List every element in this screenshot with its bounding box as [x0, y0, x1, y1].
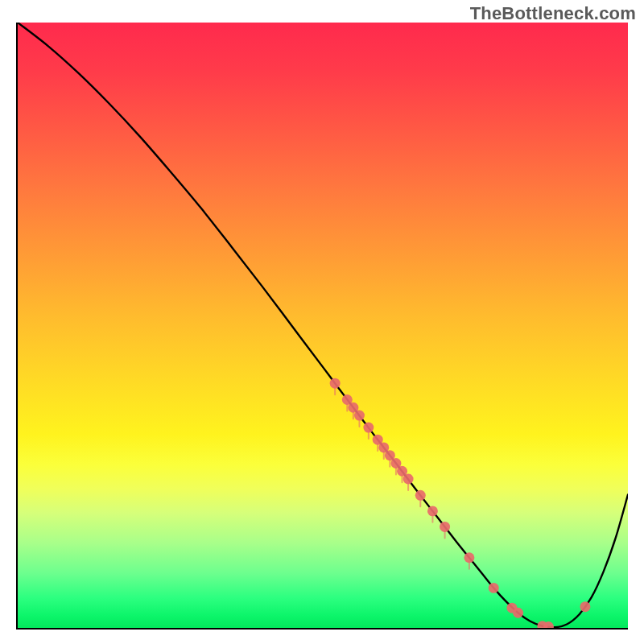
watermark-text: TheBottleneck.com: [470, 3, 636, 24]
svg-point-32: [513, 608, 523, 618]
svg-point-35: [580, 601, 590, 612]
plot-area: [16, 23, 628, 630]
svg-point-30: [489, 583, 499, 593]
bottleneck-curve: [18, 23, 628, 627]
scatter-markers: [330, 378, 591, 628]
chart-svg: [18, 23, 628, 628]
